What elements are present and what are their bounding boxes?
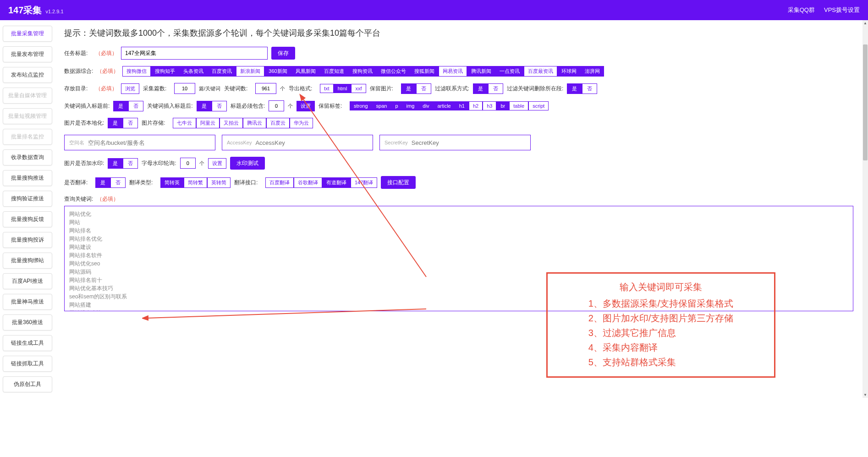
kwpost-yes[interactable]: 是 <box>197 101 212 111</box>
source-tag-14[interactable]: 百度最资讯 <box>524 66 557 77</box>
count-input[interactable] <box>174 83 195 94</box>
keep-tag-11[interactable]: script <box>528 101 549 110</box>
source-tag-13[interactable]: 一点资讯 <box>495 66 524 77</box>
store-tag-1[interactable]: 阿里云 <box>196 118 220 128</box>
wm-toggle[interactable]: 是 否 <box>108 158 138 169</box>
sidebar-item-14[interactable]: 批量360推送 <box>3 314 52 330</box>
source-tag-5[interactable]: 360新闻 <box>264 66 291 77</box>
trtype-tag-0[interactable]: 简转英 <box>160 177 184 188</box>
sidebar-item-12[interactable]: 百度API推送 <box>3 273 52 289</box>
source-tag-10[interactable]: 搜狐新闻 <box>410 66 439 77</box>
secretkey-field[interactable]: SecretKey <box>379 135 531 150</box>
source-tag-16[interactable]: 澎湃网 <box>581 66 604 77</box>
keep-tag-8[interactable]: h3 <box>483 101 496 110</box>
header-link-qq[interactable]: 采集QQ群 <box>788 6 815 14</box>
kwpre-yes[interactable]: 是 <box>113 101 128 111</box>
sidebar-item-15[interactable]: 链接生成工具 <box>3 335 52 351</box>
accesskey-field[interactable]: AccessKey <box>222 135 373 150</box>
trapi-tag-3[interactable]: 147翻译 <box>351 177 377 188</box>
wmrot-set-button[interactable]: 设置 <box>208 158 226 169</box>
sidebar-item-9[interactable]: 批量搜狗反馈 <box>3 211 52 227</box>
browse-button[interactable]: 浏览 <box>121 83 139 94</box>
tr-no[interactable]: 否 <box>110 177 126 188</box>
sidebar-item-16[interactable]: 链接抓取工具 <box>3 356 52 372</box>
sidebar-item-11[interactable]: 批量搜狗绑站 <box>3 253 52 269</box>
save-button[interactable]: 保存 <box>271 47 295 60</box>
must-set-button[interactable]: 设置 <box>297 101 315 111</box>
kwdel-toggle[interactable]: 是 否 <box>567 83 597 94</box>
vertical-scrollbar[interactable]: ▲ ▼ <box>863 20 868 398</box>
sidebar-item-6[interactable]: 收录数据查询 <box>3 149 52 165</box>
store-tag-0[interactable]: 七牛云 <box>173 118 196 128</box>
kwcount-input[interactable] <box>255 83 276 94</box>
keep-tag-10[interactable]: table <box>509 101 528 110</box>
sidebar-item-2[interactable]: 发布站点监控 <box>3 67 52 83</box>
source-tag-6[interactable]: 凤凰新闻 <box>291 66 320 77</box>
keep-tag-5[interactable]: article <box>433 101 455 110</box>
keep-tag-9[interactable]: br <box>496 101 509 110</box>
wm-test-button[interactable]: 水印测试 <box>230 157 265 170</box>
source-tag-15[interactable]: 环球网 <box>557 66 581 77</box>
header-link-vps[interactable]: VPS拨号设置 <box>824 6 860 14</box>
keep-tag-6[interactable]: h1 <box>455 101 469 110</box>
sidebar-item-10[interactable]: 批量搜狗投诉 <box>3 232 52 248</box>
kwdel-no[interactable]: 否 <box>582 83 597 94</box>
source-tag-0[interactable]: 搜狗微信 <box>122 66 151 77</box>
trtype-tag-2[interactable]: 英转简 <box>207 177 231 188</box>
trapi-tag-0[interactable]: 百度翻译 <box>265 177 294 188</box>
source-tag-1[interactable]: 搜狗知乎 <box>151 66 179 77</box>
accesskey-input[interactable] <box>255 139 368 146</box>
contact-toggle[interactable]: 是 否 <box>473 83 503 94</box>
keep-tag-3[interactable]: img <box>402 101 419 110</box>
source-tag-3[interactable]: 百度资讯 <box>208 66 236 77</box>
kwdel-yes[interactable]: 是 <box>567 83 582 94</box>
fmt-tag-0[interactable]: txt <box>320 84 334 93</box>
sidebar-item-1[interactable]: 批量发布管理 <box>3 46 52 62</box>
img-no[interactable]: 否 <box>416 83 431 94</box>
sidebar-item-13[interactable]: 批量神马推送 <box>3 294 52 310</box>
scroll-thumb[interactable] <box>863 44 868 160</box>
fmt-tag-1[interactable]: html <box>334 84 352 93</box>
source-tag-9[interactable]: 微信公众号 <box>377 66 410 77</box>
source-tag-2[interactable]: 头条资讯 <box>179 66 208 77</box>
keywords-textarea[interactable] <box>64 206 853 311</box>
kwpost-no[interactable]: 否 <box>212 101 227 111</box>
imgloc-toggle[interactable]: 是 否 <box>108 118 138 128</box>
keep-tag-0[interactable]: strong <box>350 101 372 110</box>
fmt-tag-2[interactable]: xxf <box>351 84 366 93</box>
source-tag-4[interactable]: 新浪新闻 <box>236 66 264 77</box>
kwpost-toggle[interactable]: 是 否 <box>197 101 227 111</box>
img-yes[interactable]: 是 <box>401 83 416 94</box>
wm-no[interactable]: 否 <box>123 158 138 169</box>
must-input[interactable] <box>269 100 284 111</box>
scroll-up-icon[interactable]: ▲ <box>863 20 868 26</box>
keep-tag-1[interactable]: span <box>372 101 391 110</box>
sidebar-item-17[interactable]: 伪原创工具 <box>3 376 52 392</box>
contact-no[interactable]: 否 <box>488 83 503 94</box>
store-tag-3[interactable]: 腾讯云 <box>243 118 266 128</box>
scroll-down-icon[interactable]: ▼ <box>863 392 868 398</box>
contact-yes[interactable]: 是 <box>473 83 488 94</box>
keep-tag-2[interactable]: p <box>391 101 402 110</box>
source-tag-12[interactable]: 腾讯新闻 <box>467 66 495 77</box>
sidebar-item-8[interactable]: 搜狗验证推送 <box>3 191 52 207</box>
trapi-tag-2[interactable]: 有道翻译 <box>322 177 351 188</box>
keep-tag-4[interactable]: div <box>418 101 433 110</box>
task-title-input[interactable] <box>121 47 268 60</box>
source-tag-11[interactable]: 网易资讯 <box>439 66 467 77</box>
store-tag-4[interactable]: 百度云 <box>266 118 290 128</box>
secretkey-input[interactable] <box>412 139 526 146</box>
source-tag-8[interactable]: 搜狗资讯 <box>348 66 377 77</box>
imgloc-yes[interactable]: 是 <box>108 118 123 128</box>
space-input[interactable] <box>88 139 210 146</box>
tr-toggle[interactable]: 是 否 <box>95 177 126 188</box>
sidebar-item-0[interactable]: 批量采集管理 <box>3 26 52 42</box>
imgloc-no[interactable]: 否 <box>123 118 138 128</box>
source-tag-7[interactable]: 百度知道 <box>320 66 348 77</box>
sidebar-item-7[interactable]: 批量搜狗推送 <box>3 170 52 186</box>
kwpre-no[interactable]: 否 <box>128 101 143 111</box>
store-tag-2[interactable]: 又拍云 <box>220 118 243 128</box>
space-field[interactable]: 空间名 <box>64 135 215 150</box>
wmrot-input[interactable] <box>180 158 196 169</box>
kwpre-toggle[interactable]: 是 否 <box>113 101 143 111</box>
